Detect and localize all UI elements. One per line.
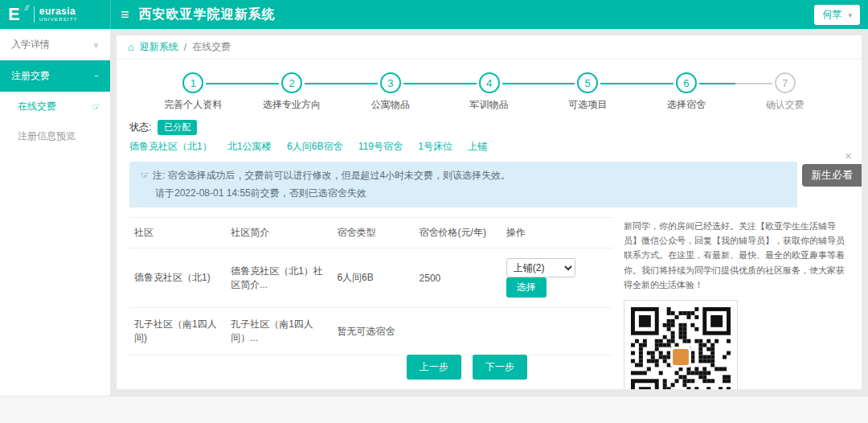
step-5: 5 可选项目: [538, 72, 637, 112]
step-2-circle: 2: [281, 72, 302, 93]
collapse-icon: −: [94, 72, 99, 80]
status-badge: 已分配: [158, 120, 197, 135]
app-header: E // eurasia UNIVERSITY ≡ 西安欧亚学院迎新系统 何苹 …: [0, 0, 868, 29]
step-1: 1 完善个人资料: [144, 72, 243, 112]
col-intro: 社区简介: [226, 218, 332, 248]
alert-line-1: ☞注: 宿舍选择成功后，交费前可以进行修改，但是超过4小时未交费，则该选择失效。: [141, 167, 786, 185]
notice-text: 新同学，你的房间已经选好。关注【欧亚学生生活辅导员】微信公众号，回复【我的辅导员…: [624, 219, 849, 292]
home-icon: ⌂: [128, 41, 134, 53]
logo-name: eurasia: [39, 6, 78, 17]
cell-action: [502, 308, 612, 355]
cell-price: 2500: [415, 248, 502, 308]
alert-line-2: 请于2022-08-01 14:55前交费，否则已选宿舍失效: [141, 185, 786, 203]
app-title: 西安欧亚学院迎新系统: [139, 6, 276, 23]
step-4: 4 军训物品: [440, 72, 538, 112]
breadcrumb: ⌂ 迎新系统 / 在线交费: [117, 35, 862, 60]
header-main: ≡ 西安欧亚学院迎新系统: [110, 0, 868, 29]
breadcrumb-current: 在线交费: [192, 40, 231, 54]
prev-step-button[interactable]: 上一步: [407, 355, 461, 380]
user-menu[interactable]: 何苹 ▾: [814, 5, 860, 25]
cell-community: 孔子社区（南1四人间): [129, 308, 226, 355]
logo-text: eurasia UNIVERSITY: [39, 6, 78, 23]
step-1-label: 完善个人资料: [144, 98, 243, 112]
cell-type: 6人间6B: [332, 248, 414, 308]
status-label: 状态:: [129, 121, 151, 134]
col-type: 宿舍类型: [332, 218, 414, 248]
step-5-circle: 5: [577, 72, 598, 93]
sidebar: 入学详情 ∨ 注册交费 − 在线交费 ☞ 注册信息预览: [0, 29, 110, 396]
dorm-info-item: 1号床位: [418, 141, 452, 152]
sidebar-item-online-payment[interactable]: 在线交费 ☞: [0, 92, 110, 121]
step-7-label: 确认交费: [735, 98, 834, 112]
logo-letter: E: [8, 6, 20, 23]
qr-code-image: [631, 307, 731, 389]
hand-pointer-icon: ☞: [92, 101, 100, 113]
dorm-info-item: 德鲁克社区（北1）: [129, 141, 212, 152]
step-4-label: 军训物品: [440, 98, 538, 112]
next-step-button[interactable]: 下一步: [473, 355, 527, 380]
alert-box: ☞注: 宿舍选择成功后，交费前可以进行修改，但是超过4小时未交费，则该选择失效。…: [129, 162, 797, 207]
step-4-circle: 4: [479, 72, 500, 93]
step-2: 2 选择专业方向: [243, 72, 342, 112]
sidebar-item-registration-preview[interactable]: 注册信息预览: [0, 121, 110, 151]
chevron-down-icon: ▾: [848, 11, 852, 19]
col-community: 社区: [129, 218, 226, 248]
step-6-label: 选择宿舍: [637, 98, 736, 112]
table-row: 孔子社区（南1四人间) 孔子社区（南1四人间）... 暂无可选宿舍: [129, 308, 612, 355]
table-row: 德鲁克社区（北1) 德鲁克社区（北1）社区简介... 6人间6B 2500 上铺…: [129, 248, 612, 308]
close-icon[interactable]: ×: [845, 150, 852, 162]
step-7: 7 确认交费: [735, 72, 834, 112]
step-3-circle: 3: [380, 72, 401, 93]
hamburger-menu-icon[interactable]: ≡: [121, 7, 129, 22]
breadcrumb-home-link[interactable]: 迎新系统: [140, 40, 178, 54]
cell-community: 德鲁克社区（北1): [129, 248, 226, 308]
cell-type: 暂无可选宿舍: [332, 308, 414, 355]
wizard-buttons: 上一步 下一步: [407, 355, 527, 380]
notice-side-panel: 新同学，你的房间已经选好。关注【欧亚学生生活辅导员】微信公众号，回复【我的辅导员…: [624, 217, 849, 389]
dorm-info-item: 119号宿舍: [358, 141, 403, 152]
user-name: 何苹: [822, 8, 841, 22]
page-footer: [0, 396, 868, 423]
cell-action: 上铺(2) 选择: [502, 248, 612, 308]
step-1-circle: 1: [182, 72, 203, 93]
breadcrumb-separator: /: [184, 42, 186, 53]
wizard-stepper: 1 完善个人资料 2 选择专业方向 3 公寓物品 4 军训物品 5 可选项目 6…: [117, 60, 862, 117]
cell-intro: 德鲁克社区（北1）社区简介...: [226, 248, 332, 308]
sidebar-item-label: 入学详情: [11, 38, 50, 51]
logo-subtitle: UNIVERSITY: [39, 17, 78, 23]
cell-price: [415, 308, 502, 355]
bed-select[interactable]: 上铺(2): [506, 258, 575, 277]
step-5-label: 可选项目: [538, 98, 637, 112]
sidebar-item-admission-details[interactable]: 入学详情 ∨: [0, 29, 110, 60]
alert-text: 注: 宿舍选择成功后，交费前可以进行修改，但是超过4小时未交费，则该选择失效。: [153, 170, 510, 181]
step-3: 3 公寓物品: [341, 72, 440, 112]
chevron-down-icon: ∨: [93, 40, 99, 49]
freshman-notice-badge[interactable]: 新生必看: [802, 164, 862, 187]
content-card: ⌂ 迎新系统 / 在线交费 1 完善个人资料 2 选择专业方向 3 公寓物品 4…: [117, 35, 862, 389]
dorm-table-wrap: 社区 社区简介 宿舍类型 宿舍价格(元/年) 操作 德鲁克社区（北1) 德鲁克社…: [129, 217, 612, 389]
logo-slashes: //: [25, 4, 29, 12]
step-6: 6 选择宿舍: [637, 72, 736, 112]
step-3-label: 公寓物品: [341, 98, 440, 112]
main-area: ⌂ 迎新系统 / 在线交费 1 完善个人资料 2 选择专业方向 3 公寓物品 4…: [110, 29, 868, 396]
sidebar-item-registration-payment[interactable]: 注册交费 −: [0, 60, 110, 92]
assigned-dorm-info: 德鲁克社区（北1） 北1公寓楼 6人间6B宿舍 119号宿舍 1号床位 上铺: [117, 137, 862, 158]
col-price: 宿舍价格(元/年): [415, 218, 502, 248]
sidebar-item-label: 在线交费: [18, 100, 56, 113]
dorm-info-item: 上铺: [468, 141, 487, 152]
cell-intro: 孔子社区（南1四人间）...: [226, 308, 332, 355]
sidebar-item-label: 注册信息预览: [18, 129, 76, 143]
step-7-circle: 7: [775, 72, 796, 93]
step-6-circle: 6: [676, 72, 697, 93]
select-dorm-button[interactable]: 选择: [506, 277, 547, 298]
wechat-qr-code: [624, 300, 738, 389]
step-2-label: 选择专业方向: [243, 98, 342, 112]
logo-divider: [34, 6, 35, 23]
dorm-table: 社区 社区简介 宿舍类型 宿舍价格(元/年) 操作 德鲁克社区（北1) 德鲁克社…: [129, 217, 612, 355]
university-logo: E // eurasia UNIVERSITY: [0, 0, 110, 29]
table-header-row: 社区 社区简介 宿舍类型 宿舍价格(元/年) 操作: [129, 218, 612, 248]
dorm-info-item: 北1公寓楼: [227, 141, 272, 152]
dorm-info-item: 6人间6B宿舍: [287, 141, 342, 152]
hand-pointer-icon: ☞: [141, 170, 149, 181]
col-action: 操作: [502, 218, 612, 248]
